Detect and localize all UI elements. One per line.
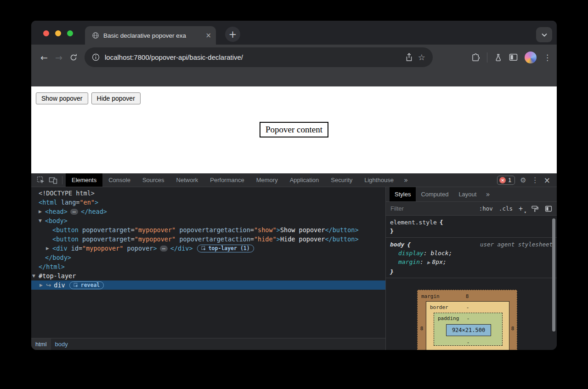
devtools-tab-console[interactable]: Console	[102, 173, 136, 187]
rendering-brush-icon[interactable]	[531, 205, 539, 212]
new-tab-button[interactable]: +	[225, 27, 240, 42]
box-model-diagram[interactable]: margin 8 8 8 - - - - border -	[417, 290, 517, 350]
extensions-icon[interactable]	[471, 53, 480, 62]
back-button[interactable]: ←	[37, 52, 51, 63]
expand-arrow-icon[interactable]: ▶	[39, 207, 45, 216]
code-line: </body>	[45, 253, 71, 262]
site-info-icon[interactable]	[92, 53, 100, 61]
tab-search-button[interactable]	[536, 27, 552, 42]
browser-tab[interactable]: Basic declarative popover exa ×	[85, 26, 216, 45]
scrollbar-thumb[interactable]	[552, 218, 555, 332]
dom-node-head[interactable]: ▶<head>…</head>	[31, 207, 385, 216]
toggle-sidebar-icon[interactable]	[545, 206, 552, 212]
hide-popover-button[interactable]: Hide popover	[91, 92, 141, 104]
dom-node-doctype[interactable]: <!DOCTYPE html>	[31, 189, 385, 198]
profile-avatar[interactable]	[525, 51, 537, 63]
zoom-window-button[interactable]	[67, 30, 73, 36]
devtools-tab-lighthouse[interactable]: Lighthouse	[358, 173, 400, 187]
devtools-menu-icon[interactable]: ⋮	[531, 176, 539, 184]
tab-layout[interactable]: Layout	[453, 187, 481, 201]
globe-favicon-icon	[92, 32, 99, 39]
breadcrumb-html[interactable]: html	[31, 338, 51, 350]
browser-window: Basic declarative popover exa × + ← → lo…	[31, 21, 557, 350]
expand-arrow-icon[interactable]: ▶	[46, 244, 52, 253]
syntax-token: <head>	[45, 208, 68, 215]
web-page-viewport: Show popover Hide popover Popover conten…	[31, 86, 557, 173]
devtools-tab-memory[interactable]: Memory	[250, 173, 284, 187]
address-bar[interactable]: localhost:7800/popover-api/basic-declara…	[85, 47, 433, 67]
syntax-token: "mypopover"	[135, 235, 175, 243]
devtools-close-icon[interactable]: ×	[544, 176, 550, 185]
dom-node-html[interactable]: <html lang="en">	[31, 198, 385, 207]
toolbar-separator	[487, 52, 487, 63]
devtools-tab-performance[interactable]: Performance	[204, 173, 250, 187]
breadcrumb-body[interactable]: body	[51, 338, 72, 350]
devtools-tab-application[interactable]: Application	[284, 173, 325, 187]
dom-node-popover-div[interactable]: ▶<div id="mypopover" popover>…</div>top-…	[31, 244, 385, 253]
collapsed-content-button[interactable]: …	[160, 246, 168, 252]
syntax-token: Hide popover	[280, 235, 325, 243]
dom-node-body[interactable]: ▼<body>	[31, 216, 385, 225]
forward-button[interactable]: →	[51, 52, 66, 63]
minimize-window-button[interactable]	[55, 30, 61, 36]
devtools-tab-security[interactable]: Security	[325, 173, 358, 187]
close-window-button[interactable]	[43, 30, 49, 36]
dom-node-top-layer-div-selected[interactable]: ▶↪divreveal	[31, 280, 385, 290]
show-popover-button[interactable]: Show popover	[36, 92, 88, 104]
inspect-element-icon[interactable]	[35, 176, 47, 184]
box-model-padding[interactable]: padding - - 924×21.500	[434, 313, 503, 346]
filter-input[interactable]	[390, 205, 474, 212]
collapsed-content-button[interactable]: …	[70, 209, 78, 215]
more-sidebar-tabs-icon[interactable]: »	[481, 190, 494, 199]
syntax-token: =	[250, 235, 254, 243]
labs-flask-icon[interactable]	[494, 53, 502, 62]
box-model-border[interactable]: border - padding - - 924×21.500	[426, 301, 509, 350]
margin-left-value: 8	[418, 324, 425, 333]
tab-styles[interactable]: Styles	[390, 187, 416, 201]
rule-body-user-agent[interactable]: body { user agent stylesheet displaybloc…	[386, 238, 557, 278]
expand-arrow-icon[interactable]: ▶	[427, 260, 430, 265]
caret-down-icon: ▾	[524, 211, 526, 214]
box-model-content[interactable]: 924×21.500	[446, 324, 491, 336]
css-property[interactable]: displayblock;	[390, 249, 553, 257]
margin-right-value: 8	[509, 324, 516, 333]
expand-arrow-icon[interactable]: ▶	[40, 280, 46, 290]
devtools-tab-sources[interactable]: Sources	[136, 173, 170, 187]
reload-button[interactable]	[66, 53, 81, 62]
elements-panel: <!DOCTYPE html> <html lang="en"> ▶<head>…	[31, 187, 386, 350]
code-line: <div id="mypopover" popover>	[52, 244, 157, 253]
devtools-tab-network[interactable]: Network	[170, 173, 204, 187]
tab-computed[interactable]: Computed	[416, 187, 453, 201]
syntax-token: </div>	[170, 245, 193, 252]
dom-node-html-close[interactable]: </html>	[31, 262, 385, 271]
devtools-tab-elements[interactable]: Elements	[66, 173, 102, 187]
rule-element-style[interactable]: element.style{ }	[386, 216, 557, 238]
tab-close-icon[interactable]: ×	[205, 32, 211, 39]
syntax-token: popovertarget	[79, 226, 131, 234]
code-line: <html lang="en">	[39, 198, 98, 207]
dom-node-button-show[interactable]: <button popovertarget="mypopover" popove…	[31, 225, 385, 235]
toggle-hover-button[interactable]: :hov	[479, 205, 493, 212]
syntax-token: =	[131, 226, 135, 234]
dom-node-body-close[interactable]: </body>	[31, 253, 385, 262]
url-text[interactable]: localhost:7800/popover-api/basic-declara…	[105, 53, 400, 61]
top-layer-badge[interactable]: top-layer (1)	[197, 245, 254, 252]
bookmark-star-icon[interactable]: ☆	[418, 52, 425, 62]
syntax-token: "hide"	[254, 235, 277, 243]
reveal-badge[interactable]: reveal	[69, 281, 104, 289]
collapse-arrow-icon[interactable]: ▼	[39, 216, 45, 225]
console-error-badge[interactable]: × 1	[497, 176, 515, 185]
dom-node-button-hide[interactable]: <button popovertarget="mypopover" popove…	[31, 235, 385, 244]
devtools-settings-icon[interactable]: ⚙	[520, 176, 526, 184]
side-panel-icon[interactable]	[509, 53, 518, 61]
device-toolbar-icon[interactable]	[47, 176, 59, 184]
dom-node-top-layer[interactable]: ▼#top-layer	[31, 271, 385, 280]
collapse-arrow-icon[interactable]: ▼	[32, 271, 39, 280]
new-style-rule-button[interactable]: +▾	[519, 205, 525, 213]
browser-menu-icon[interactable]: ⋮	[543, 53, 551, 62]
toggle-class-button[interactable]: .cls	[499, 205, 513, 212]
box-model-margin[interactable]: margin 8 8 8 - - - - border -	[417, 290, 517, 350]
more-tabs-icon[interactable]: »	[400, 176, 412, 184]
share-icon[interactable]	[405, 53, 413, 62]
css-property[interactable]: margin▶8px;	[390, 257, 553, 267]
